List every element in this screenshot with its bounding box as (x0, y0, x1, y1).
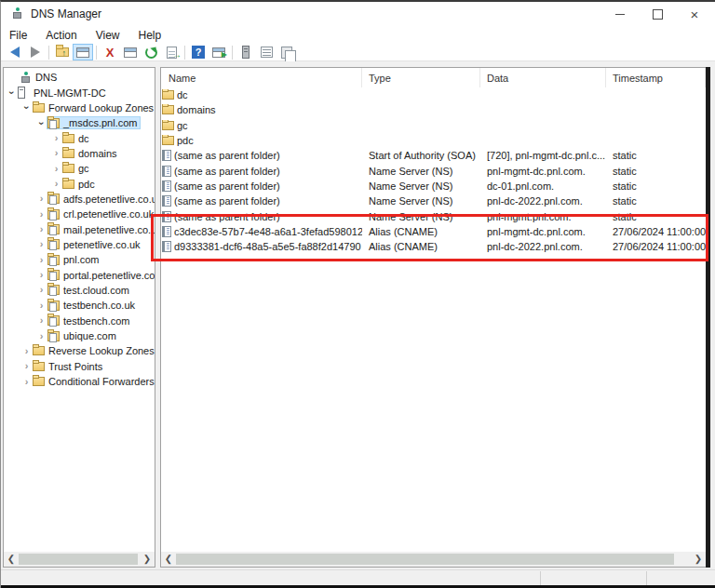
zone-icon (47, 301, 60, 311)
help-button[interactable]: ? (188, 44, 209, 60)
folder-icon (62, 164, 74, 173)
tree-item-testbench-com[interactable]: testbench.com (4, 314, 155, 328)
column-header-data[interactable]: Data (480, 68, 606, 87)
scroll-right-icon[interactable]: ❯ (140, 552, 155, 567)
tree-item-domains[interactable]: domains (4, 146, 155, 161)
tree-item-pdc[interactable]: pdc (4, 176, 155, 191)
table-row[interactable]: domains (161, 102, 706, 117)
table-row[interactable]: pdc (161, 133, 706, 148)
app-icon (11, 7, 24, 20)
properties-icon (124, 47, 137, 58)
chevron-right-icon[interactable] (35, 301, 47, 311)
maximize-button[interactable] (639, 2, 676, 27)
zone-icon (47, 255, 60, 265)
tree-item-trust-points[interactable]: Trust Points (4, 359, 155, 374)
tree-item-reverse-lookup-zones[interactable]: Reverse Lookup Zones (4, 343, 155, 358)
maximize-icon (653, 9, 663, 20)
chevron-right-icon[interactable] (35, 209, 47, 220)
properties-button[interactable] (120, 44, 141, 60)
tree-item-crl-petenetlive[interactable]: crl.petenetlive.co.uk (4, 207, 155, 221)
zone-icon (47, 194, 60, 204)
scrollbar-track[interactable] (176, 552, 691, 567)
tree-item-petenetlive-co-uk[interactable]: petenetlive.co.uk (4, 237, 155, 252)
chevron-right-icon[interactable] (35, 315, 47, 326)
table-row-ns[interactable]: (same as parent folder) Name Server (NS)… (161, 179, 706, 194)
list-horizontal-scrollbar[interactable]: ❮ ❯ (161, 552, 706, 567)
refresh-button[interactable] (141, 44, 161, 60)
column-header-type[interactable]: Type (362, 68, 480, 87)
column-header-timestamp[interactable]: Timestamp (606, 68, 706, 87)
close-button[interactable]: × (676, 2, 713, 27)
forward-button[interactable] (25, 44, 46, 60)
chevron-right-icon[interactable] (20, 361, 33, 371)
chevron-right-icon[interactable] (50, 164, 62, 174)
export-list-button[interactable]: → (161, 44, 182, 60)
zone-icon (47, 239, 60, 249)
copy-button[interactable] (277, 44, 297, 60)
chevron-right-icon[interactable] (20, 346, 33, 356)
chevron-down-icon[interactable] (6, 87, 18, 98)
show-console-tree-button[interactable] (73, 44, 93, 60)
chevron-right-icon[interactable] (50, 133, 62, 143)
menu-bar: File Action View Help (1, 27, 715, 44)
tree-horizontal-scrollbar[interactable]: ❮ ❯ (4, 552, 155, 567)
table-row-ns[interactable]: (same as parent folder) Name Server (NS)… (161, 163, 706, 178)
server-icon (18, 87, 25, 99)
table-row-cname-1[interactable]: c3dec83e-57b7-4e48-a6a1-3fefad598012 Ali… (161, 224, 706, 239)
title-bar: DNS Manager × (1, 2, 715, 27)
scrollbar-thumb[interactable] (19, 554, 138, 565)
tree-item-test-cloud-com[interactable]: test.cloud.com (4, 283, 155, 298)
tree-item-server[interactable]: PNL-MGMT-DC (4, 85, 155, 100)
new-window-button[interactable]: ▶ (209, 44, 229, 60)
tree-item-adfs-petenetlive[interactable]: adfs.petenetlive.co.uk (4, 192, 155, 207)
chevron-right-icon[interactable] (35, 331, 47, 341)
chevron-right-icon[interactable] (35, 194, 47, 204)
table-row[interactable]: dc (161, 87, 706, 102)
tree-item-portal-petenetlive[interactable]: portal.petenetlive.com (4, 267, 155, 282)
chevron-right-icon[interactable] (35, 224, 47, 234)
delete-button[interactable]: X (100, 44, 120, 60)
chevron-right-icon[interactable] (35, 270, 47, 280)
column-header-name[interactable]: Name (161, 68, 362, 87)
menu-file[interactable]: File (1, 28, 36, 43)
tree-item-pnl-com[interactable]: pnl.com (4, 252, 155, 267)
tree-item-conditional-forwarders[interactable]: Conditional Forwarders (4, 374, 155, 389)
chevron-right-icon[interactable] (50, 179, 62, 189)
chevron-right-icon[interactable] (20, 377, 33, 387)
tree-item-msdcs-pnl-com[interactable]: _msdcs.pnl.com (4, 115, 155, 130)
tree-item-forward-lookup-zones[interactable]: Forward Lookup Zones (4, 100, 155, 115)
chevron-right-icon[interactable] (50, 148, 62, 158)
menu-help[interactable]: Help (129, 28, 171, 43)
chevron-right-icon[interactable] (35, 285, 47, 295)
back-button[interactable] (5, 44, 25, 60)
menu-action[interactable]: Action (36, 28, 86, 43)
tree-item-gc[interactable]: gc (4, 161, 155, 176)
up-one-level-button[interactable]: ↑ (52, 44, 73, 60)
scrollbar-thumb[interactable] (176, 554, 674, 565)
server-status-button[interactable] (236, 44, 256, 60)
folder-icon (33, 103, 45, 113)
table-row[interactable]: gc (161, 118, 706, 133)
chevron-down-icon[interactable] (20, 102, 33, 113)
scroll-left-icon[interactable]: ❮ (4, 552, 19, 567)
record-icon (162, 180, 171, 192)
chevron-down-icon[interactable] (35, 118, 47, 128)
tree-item-mail-petenetlive[interactable]: mail.petenetlive.co.uk (4, 221, 155, 236)
table-row-ns[interactable]: (same as parent folder) Name Server (NS)… (161, 208, 706, 223)
tree-item-dns-root[interactable]: DNS (4, 70, 155, 85)
chevron-right-icon[interactable] (35, 239, 47, 249)
tree-item-ubique-com[interactable]: ubique.com (4, 328, 155, 343)
table-row-ns[interactable]: (same as parent folder) Name Server (NS)… (161, 194, 706, 208)
table-row-soa[interactable]: (same as parent folder) Start of Authori… (161, 148, 706, 163)
minimize-button[interactable] (601, 2, 639, 27)
tree-item-dc[interactable]: dc (4, 130, 155, 145)
address-list-button[interactable] (256, 44, 277, 60)
chevron-right-icon[interactable] (35, 255, 47, 265)
menu-view[interactable]: View (87, 28, 129, 43)
statusbar-separator (646, 571, 647, 585)
tree-item-testbench-co-uk[interactable]: testbench.co.uk (4, 298, 155, 313)
scrollbar-track[interactable] (19, 552, 140, 567)
scroll-right-icon[interactable]: ❯ (691, 552, 706, 567)
table-row-cname-2[interactable]: d9333381-dcf6-48a5-a5e5-fa88f2d14790 Ali… (161, 239, 706, 254)
scroll-left-icon[interactable]: ❮ (161, 552, 176, 567)
